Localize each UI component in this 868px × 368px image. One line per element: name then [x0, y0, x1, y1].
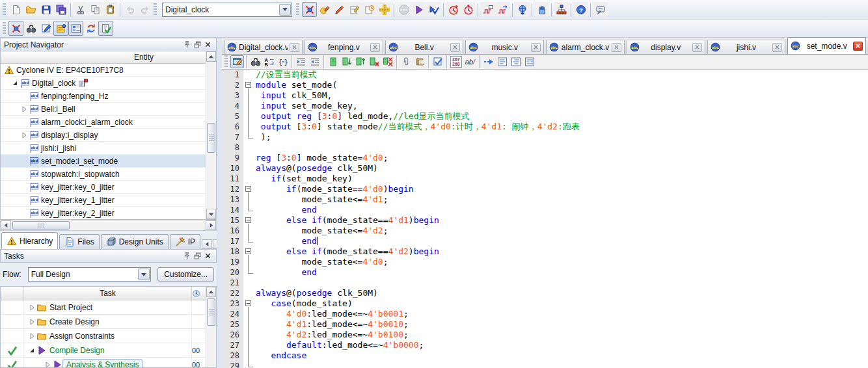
scroll-up-button[interactable]	[206, 287, 216, 297]
fold-margin[interactable]	[243, 163, 256, 174]
document-tab-fenping-v[interactable]: abcfenping.v	[305, 40, 383, 54]
clock-run-icon[interactable]	[446, 2, 461, 17]
list-ind1-icon[interactable]	[495, 55, 509, 68]
az-replace-icon[interactable]: AB	[262, 55, 276, 68]
close-icon[interactable]	[202, 251, 213, 261]
pin-icon[interactable]	[182, 40, 192, 49]
task-row[interactable]: Analysis & Synthesis00	[1, 358, 206, 368]
fold-margin[interactable]	[243, 174, 256, 184]
pin-icon[interactable]	[182, 251, 192, 261]
bm-add-icon[interactable]	[326, 55, 340, 68]
wave-out-icon[interactable]	[495, 2, 510, 17]
pad-clock-icon[interactable]	[362, 2, 377, 17]
braces-icon[interactable]: {}	[276, 55, 290, 68]
fold-margin[interactable]	[243, 330, 256, 340]
binoculars-icon[interactable]	[23, 21, 38, 36]
check-blue-icon[interactable]	[431, 55, 444, 68]
tree-expanded-icon[interactable]	[28, 347, 36, 354]
scrollbar-thumb[interactable]	[207, 298, 215, 326]
fold-margin[interactable]	[243, 122, 256, 132]
fold-margin[interactable]	[243, 309, 256, 319]
pad-pencil-icon[interactable]	[347, 2, 362, 17]
navigator-tab-files[interactable]: Files	[59, 234, 99, 249]
tree-item[interactable]: abdkey_jitter:key_0_jitter	[1, 181, 206, 194]
fold-margin[interactable]	[243, 350, 256, 361]
tree-item[interactable]: abdkey_jitter:key_2_jitter	[1, 207, 206, 220]
navigator-tab-ip[interactable]: IP	[170, 234, 200, 249]
tree-item[interactable]: abdDigital_clock	[1, 77, 206, 90]
customize-button[interactable]: Customize...	[157, 267, 214, 282]
indent-dec-icon[interactable]	[308, 55, 321, 68]
fold-margin[interactable]	[243, 236, 256, 246]
fold-collapse-icon[interactable]	[245, 82, 251, 88]
document-tab-alarm_clock-v[interactable]: abcalarm_clock.v	[546, 40, 625, 54]
fold-margin[interactable]	[243, 215, 256, 226]
paste-icon[interactable]	[103, 2, 118, 17]
fold-margin[interactable]	[243, 205, 256, 215]
tree-collapsed-icon[interactable]	[44, 361, 51, 368]
close-tab-icon[interactable]	[612, 43, 621, 52]
task-table-header[interactable]: Task	[1, 287, 216, 300]
stopwatch-icon[interactable]	[461, 2, 476, 17]
float-icon[interactable]	[192, 40, 202, 49]
fold-margin[interactable]	[243, 278, 256, 288]
bm-next-icon[interactable]	[340, 55, 353, 68]
navigator-tab-hierarchy[interactable]: Hierarchy	[1, 232, 58, 249]
list-blue-icon[interactable]	[68, 21, 83, 36]
code-editor[interactable]: 1//设置当前模式2module set_mode(3 input clk_50…	[222, 70, 868, 368]
close-tab-icon[interactable]	[772, 43, 782, 52]
bm-delall-icon[interactable]	[381, 55, 394, 68]
flow-select[interactable]: Full Design	[28, 267, 152, 282]
tree-collapsed-icon[interactable]	[20, 132, 28, 138]
paperclip-icon[interactable]	[399, 55, 413, 68]
tree-item[interactable]: abdset_mode:i_set_mode	[1, 155, 206, 168]
fold-margin[interactable]	[243, 246, 256, 257]
tree-vertical-scrollbar[interactable]	[206, 51, 216, 219]
tree-collapsed-icon[interactable]	[28, 333, 36, 339]
document-tab-jishi-v[interactable]: abcjishi.v	[707, 40, 786, 54]
document-tab-set_mode-v[interactable]: abcset_mode.v	[787, 37, 866, 54]
scroll-left-button[interactable]	[1, 220, 11, 230]
folder-open-icon[interactable]	[23, 2, 38, 17]
tree-collapsed-icon[interactable]	[20, 106, 28, 112]
document-tab-Bell-v[interactable]: abcBell.v	[385, 40, 464, 54]
roads-icon[interactable]	[377, 2, 392, 17]
check-doc-icon[interactable]	[98, 21, 113, 36]
globe-down-icon[interactable]	[515, 2, 530, 17]
help-icon[interactable]: ?	[573, 2, 588, 17]
project-select[interactable]: Digital_clock	[162, 3, 292, 17]
close-tab-icon[interactable]	[692, 43, 702, 52]
close-icon[interactable]	[202, 40, 213, 49]
close-tab-icon[interactable]	[450, 43, 460, 52]
tree-item[interactable]: abddisplay:i_display	[1, 129, 206, 142]
save-all-icon[interactable]	[53, 2, 68, 17]
fold-margin[interactable]	[243, 132, 256, 142]
binoculars-icon[interactable]	[249, 55, 262, 68]
fold-margin[interactable]	[243, 288, 256, 298]
win-pencil-icon[interactable]	[230, 55, 244, 68]
fold-margin[interactable]	[243, 361, 256, 368]
tree-item[interactable]: abdkey_jitter:key_1_jitter	[1, 194, 206, 207]
document-tab-Digital_clock-v[interactable]: abcDigital_clock.v	[224, 40, 303, 54]
tab-scroll-left-button[interactable]	[202, 239, 212, 249]
task-row[interactable]: Assign Constraints	[1, 329, 206, 343]
edit-square-icon[interactable]	[38, 21, 53, 36]
scroll-icon[interactable]	[413, 55, 426, 68]
close-tab-icon[interactable]	[531, 43, 541, 52]
tree-expanded-icon[interactable]	[11, 80, 19, 86]
orgchart-icon[interactable]	[554, 2, 569, 17]
indent-inc-icon[interactable]	[294, 55, 308, 68]
fold-margin[interactable]	[243, 184, 256, 194]
cut-icon[interactable]	[73, 2, 88, 17]
play-icon[interactable]	[411, 2, 426, 17]
fold-margin[interactable]	[243, 70, 256, 80]
netlist-x-icon[interactable]	[302, 2, 317, 17]
undo-icon[interactable]	[122, 2, 137, 17]
fold-margin[interactable]	[243, 101, 256, 111]
fold-margin[interactable]	[243, 267, 256, 278]
refresh-icon[interactable]	[83, 21, 98, 36]
fold-margin[interactable]	[243, 340, 256, 350]
tree-item[interactable]: abdalarm_clock:i_alarm_clock	[1, 116, 206, 129]
tree-horizontal-scrollbar[interactable]	[0, 220, 217, 231]
document-tab-display-v[interactable]: abcdisplay.v	[627, 40, 705, 54]
